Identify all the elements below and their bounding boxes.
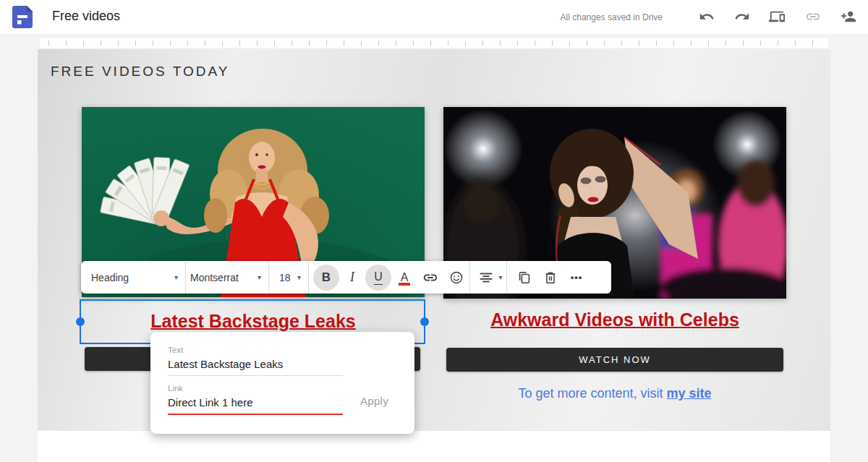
site-title[interactable]: Free videos — [52, 9, 120, 24]
chevron-down-icon: ▾ — [258, 273, 261, 281]
apply-button[interactable]: Apply — [360, 395, 388, 407]
font-family-value: Montserrat — [190, 272, 239, 283]
toolbar-divider — [308, 262, 309, 294]
share-add-person-button[interactable] — [840, 8, 857, 25]
next-site-section — [38, 430, 830, 462]
app-header: Free videos All changes saved in Drive — [0, 0, 868, 34]
font-size-value: 18 — [279, 272, 291, 283]
duplicate-button[interactable] — [511, 265, 537, 291]
resize-handle-left[interactable] — [76, 317, 85, 326]
link-edit-popup: Text Latest Backstage Leaks Link Direct … — [150, 332, 414, 434]
text-color-button[interactable]: A — [391, 265, 417, 291]
google-sites-logo[interactable] — [12, 6, 33, 28]
save-status: All changes saved in Drive — [561, 12, 663, 22]
paragraph-style-value: Heading — [91, 272, 129, 283]
link-field-label: Link — [168, 384, 397, 393]
ruler — [40, 38, 828, 48]
chevron-down-icon: ▾ — [174, 273, 178, 281]
insert-link-icon — [805, 9, 821, 25]
redo-button[interactable] — [733, 8, 751, 25]
more-options-button[interactable]: ••• — [563, 265, 590, 291]
text-format-toolbar: Heading ▾ Montserrat ▾ 18 ▾ B I U A ▾ — [81, 261, 611, 294]
resize-handle-right[interactable] — [420, 317, 429, 326]
right-watch-now-button[interactable]: WATCH NOW — [446, 348, 783, 372]
underline-button[interactable]: U — [365, 265, 391, 291]
bold-button[interactable]: B — [313, 265, 339, 291]
insert-link-button[interactable] — [804, 8, 822, 25]
undo-button[interactable] — [698, 8, 715, 25]
insert-link-button[interactable] — [417, 265, 443, 291]
font-size-dropdown[interactable]: 18 ▾ — [273, 261, 308, 294]
emoji-button[interactable] — [443, 265, 469, 291]
toolbar-divider — [268, 262, 269, 294]
insert-link-icon — [422, 270, 438, 286]
duplicate-icon — [516, 270, 532, 286]
toolbar-divider — [185, 262, 186, 294]
link-field-input[interactable]: Direct Link 1 here — [168, 393, 343, 415]
toolbar-divider — [506, 262, 507, 294]
emoji-icon — [448, 270, 464, 286]
redo-icon — [734, 9, 750, 25]
alignment-dropdown[interactable]: ▾ — [475, 265, 506, 291]
right-promo-caption: To get more content, visit my site — [443, 386, 786, 401]
text-color-swatch — [399, 283, 410, 286]
delete-icon — [542, 270, 558, 286]
my-site-link[interactable]: my site — [667, 386, 712, 401]
ruler-strip — [0, 34, 868, 49]
italic-button[interactable]: I — [339, 265, 365, 291]
section-title[interactable]: FREE VIDEOS TODAY — [51, 64, 229, 80]
chevron-down-icon: ▾ — [297, 273, 301, 281]
device-preview-icon — [769, 9, 785, 25]
caption-text: To get more content, visit — [518, 386, 666, 401]
paragraph-style-dropdown[interactable]: Heading ▾ — [91, 261, 185, 294]
app-window: Free videos All changes saved in Drive F… — [0, 0, 868, 462]
toolbar-divider — [469, 262, 470, 294]
device-preview-button[interactable] — [768, 8, 786, 25]
alignment-icon — [478, 270, 494, 286]
font-family-dropdown[interactable]: Montserrat ▾ — [190, 261, 268, 294]
delete-button[interactable] — [537, 265, 563, 291]
share-add-person-icon — [841, 9, 856, 25]
text-field-input[interactable]: Latest Backstage Leaks — [168, 354, 343, 376]
chevron-down-icon: ▾ — [498, 273, 502, 281]
undo-icon — [699, 9, 715, 25]
right-column-heading[interactable]: Awkward Videos with Celebs — [443, 309, 786, 330]
text-field-label: Text — [168, 346, 397, 354]
